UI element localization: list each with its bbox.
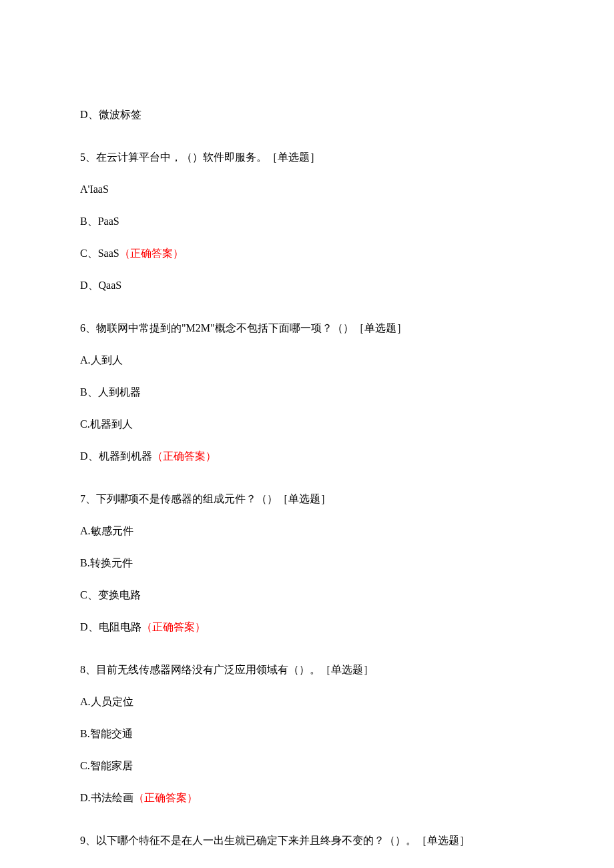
q8-option-c: C.智能家居 bbox=[80, 758, 534, 774]
option-text: A.人到人 bbox=[80, 354, 123, 366]
question-text: 6、物联网中常提到的"M2M"概念不包括下面哪一项？（）［单选题］ bbox=[80, 322, 407, 334]
q5-stem: 5、在云计算平台中，（）软件即服务。［单选题］ bbox=[80, 149, 534, 165]
q4-option-d: D、微波标签 bbox=[80, 107, 534, 123]
question-text: 9、以下哪个特征不是在人一出生就已确定下来并且终身不变的？（）。［单选题］ bbox=[80, 835, 470, 846]
correct-answer-label: （正确答案） bbox=[119, 248, 184, 259]
option-text: B、PaaS bbox=[80, 215, 119, 227]
q8-option-a: A.人员定位 bbox=[80, 694, 534, 710]
q7-stem: 7、下列哪项不是传感器的组成元件？（）［单选题］ bbox=[80, 491, 534, 507]
q7-option-a: A.敏感元件 bbox=[80, 523, 534, 539]
option-text: B、人到机器 bbox=[80, 386, 141, 398]
option-text: A'IaaS bbox=[80, 183, 109, 195]
option-text: A.人员定位 bbox=[80, 696, 133, 707]
q6-option-c: C.机器到人 bbox=[80, 416, 534, 432]
question-text: 5、在云计算平台中，（）软件即服务。［单选题］ bbox=[80, 151, 320, 163]
option-text: D、机器到机器 bbox=[80, 450, 152, 462]
option-text: C.智能家居 bbox=[80, 760, 133, 771]
correct-answer-label: （正确答案） bbox=[141, 621, 206, 632]
option-text: D、微波标签 bbox=[80, 109, 141, 120]
q8-stem: 8、目前无线传感器网络没有广泛应用领域有（）。［单选题］ bbox=[80, 662, 534, 678]
q5-option-d: D、QaaS bbox=[80, 278, 534, 294]
option-text: C、变换电路 bbox=[80, 589, 141, 600]
q7-option-c: C、变换电路 bbox=[80, 587, 534, 603]
document-page: D、微波标签 5、在云计算平台中，（）软件即服务。［单选题］ A'IaaS B、… bbox=[0, 0, 614, 868]
correct-answer-label: （正确答案） bbox=[133, 792, 198, 803]
option-text: D、电阻电路 bbox=[80, 621, 141, 632]
q8-option-b: B.智能交通 bbox=[80, 726, 534, 742]
option-text: A.敏感元件 bbox=[80, 525, 133, 536]
option-text: B.智能交通 bbox=[80, 728, 133, 739]
option-text: D、QaaS bbox=[80, 280, 121, 291]
option-text: D.书法绘画 bbox=[80, 792, 133, 803]
q7-option-b: B.转换元件 bbox=[80, 555, 534, 571]
q5-option-c: C、SaaS（正确答案） bbox=[80, 246, 534, 262]
q6-option-d: D、机器到机器（正确答案） bbox=[80, 448, 534, 464]
option-text: C.机器到人 bbox=[80, 418, 133, 430]
q6-option-b: B、人到机器 bbox=[80, 384, 534, 400]
option-text: B.转换元件 bbox=[80, 557, 133, 568]
correct-answer-label: （正确答案） bbox=[152, 450, 216, 462]
option-text: C、SaaS bbox=[80, 248, 119, 259]
q7-option-d: D、电阻电路（正确答案） bbox=[80, 619, 534, 635]
q8-option-d: D.书法绘画（正确答案） bbox=[80, 790, 534, 806]
q9-stem: 9、以下哪个特征不是在人一出生就已确定下来并且终身不变的？（）。［单选题］ bbox=[80, 833, 534, 849]
q6-option-a: A.人到人 bbox=[80, 352, 534, 368]
question-text: 8、目前无线传感器网络没有广泛应用领域有（）。［单选题］ bbox=[80, 664, 374, 675]
q5-option-a: A'IaaS bbox=[80, 181, 534, 197]
q6-stem: 6、物联网中常提到的"M2M"概念不包括下面哪一项？（）［单选题］ bbox=[80, 320, 534, 336]
question-text: 7、下列哪项不是传感器的组成元件？（）［单选题］ bbox=[80, 493, 331, 504]
q5-option-b: B、PaaS bbox=[80, 213, 534, 230]
